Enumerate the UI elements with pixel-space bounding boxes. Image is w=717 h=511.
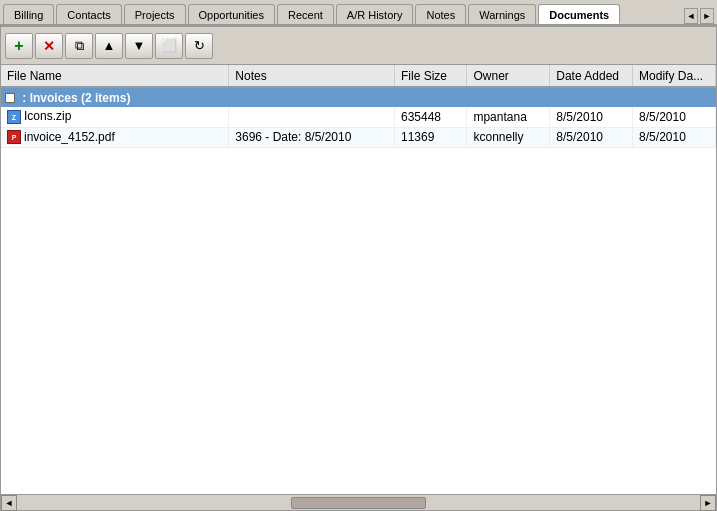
scroll-track[interactable] bbox=[19, 497, 698, 509]
pdf-icon: P bbox=[7, 130, 21, 144]
table-row[interactable]: ZIcons.zip 635448 mpantana 8/5/2010 8/5/… bbox=[1, 107, 716, 127]
delete-icon: ✕ bbox=[43, 38, 55, 54]
tab-nav-right[interactable]: ► bbox=[700, 8, 714, 24]
group-row-invoices[interactable]: - : Invoices (2 items) bbox=[1, 87, 716, 107]
tab-nav-left[interactable]: ◄ bbox=[684, 8, 698, 24]
refresh-button[interactable]: ↻ bbox=[185, 33, 213, 59]
tab-projects[interactable]: Projects bbox=[124, 4, 186, 24]
add-button[interactable]: + bbox=[5, 33, 33, 59]
table-header-row: File Name Notes File Size Owner Date Add… bbox=[1, 65, 716, 87]
tab-bar: Billing Contacts Projects Opportunities … bbox=[0, 0, 717, 26]
toolbar: + ✕ ⧉ ▲ ▼ ⬜ ↻ bbox=[1, 27, 716, 65]
group-expand-icon[interactable]: - bbox=[5, 93, 15, 103]
horizontal-scrollbar[interactable]: ◄ ► bbox=[1, 494, 716, 510]
file-name-cell: Pinvoice_4152.pdf bbox=[1, 127, 229, 147]
scroll-right-button[interactable]: ► bbox=[700, 495, 716, 511]
main-content: + ✕ ⧉ ▲ ▼ ⬜ ↻ File Name Notes File Siz bbox=[0, 26, 717, 511]
col-modify-date[interactable]: Modify Da... bbox=[633, 65, 716, 87]
tab-opportunities[interactable]: Opportunities bbox=[188, 4, 275, 24]
down-icon: ▼ bbox=[133, 38, 146, 53]
tab-notes[interactable]: Notes bbox=[415, 4, 466, 24]
tab-nav-arrows: ◄ ► bbox=[684, 8, 714, 24]
documents-table: File Name Notes File Size Owner Date Add… bbox=[1, 65, 716, 148]
file-size-cell: 11369 bbox=[394, 127, 466, 147]
move-down-button[interactable]: ▼ bbox=[125, 33, 153, 59]
group-label: : Invoices (2 items) bbox=[22, 91, 130, 105]
copy-icon: ⧉ bbox=[75, 38, 84, 54]
owner-cell: mpantana bbox=[467, 107, 550, 127]
owner-cell: kconnelly bbox=[467, 127, 550, 147]
move-up-button[interactable]: ▲ bbox=[95, 33, 123, 59]
page-button[interactable]: ⬜ bbox=[155, 33, 183, 59]
modify-date-cell: 8/5/2010 bbox=[633, 107, 716, 127]
page-icon: ⬜ bbox=[161, 38, 177, 53]
notes-cell: 3696 - Date: 8/5/2010 bbox=[229, 127, 395, 147]
col-file-size[interactable]: File Size bbox=[394, 65, 466, 87]
col-file-name[interactable]: File Name bbox=[1, 65, 229, 87]
delete-button[interactable]: ✕ bbox=[35, 33, 63, 59]
date-added-cell: 8/5/2010 bbox=[550, 107, 633, 127]
col-date-added[interactable]: Date Added bbox=[550, 65, 633, 87]
zip-icon: Z bbox=[7, 110, 21, 124]
tab-documents[interactable]: Documents bbox=[538, 4, 620, 24]
tab-warnings[interactable]: Warnings bbox=[468, 4, 536, 24]
modify-date-cell: 8/5/2010 bbox=[633, 127, 716, 147]
scroll-thumb[interactable] bbox=[291, 497, 427, 509]
date-added-cell: 8/5/2010 bbox=[550, 127, 633, 147]
col-notes[interactable]: Notes bbox=[229, 65, 395, 87]
tab-recent[interactable]: Recent bbox=[277, 4, 334, 24]
file-name-cell: ZIcons.zip bbox=[1, 107, 229, 127]
table-row[interactable]: Pinvoice_4152.pdf 3696 - Date: 8/5/2010 … bbox=[1, 127, 716, 147]
tab-contacts[interactable]: Contacts bbox=[56, 4, 121, 24]
notes-cell bbox=[229, 107, 395, 127]
col-owner[interactable]: Owner bbox=[467, 65, 550, 87]
file-size-cell: 635448 bbox=[394, 107, 466, 127]
up-icon: ▲ bbox=[103, 38, 116, 53]
add-icon: + bbox=[14, 37, 23, 55]
copy-button[interactable]: ⧉ bbox=[65, 33, 93, 59]
refresh-icon: ↻ bbox=[194, 38, 205, 53]
table-area[interactable]: File Name Notes File Size Owner Date Add… bbox=[1, 65, 716, 494]
scroll-left-button[interactable]: ◄ bbox=[1, 495, 17, 511]
tab-ar-history[interactable]: A/R History bbox=[336, 4, 414, 24]
tab-billing[interactable]: Billing bbox=[3, 4, 54, 24]
